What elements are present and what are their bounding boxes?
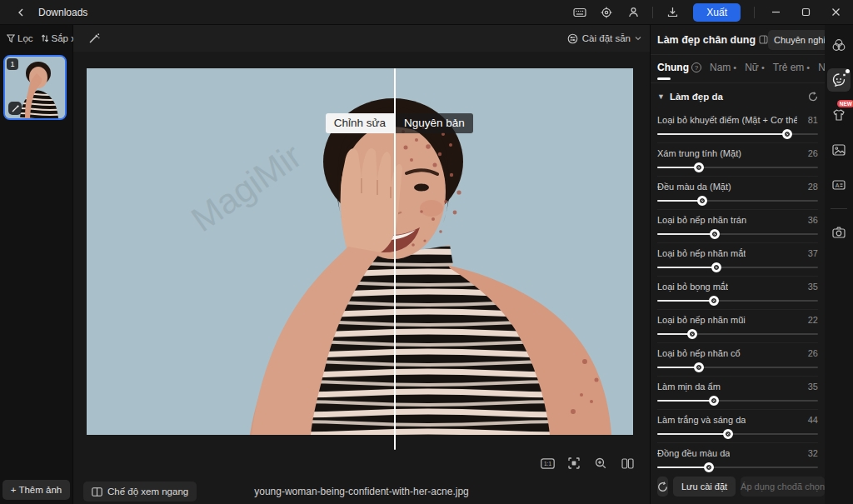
help-icon[interactable]: ? [691, 62, 701, 72]
slider-knob[interactable] [709, 296, 719, 306]
category-tabs: Chung?Nam•Nữ•Trẻ em•Ngư•⋯ [651, 55, 825, 83]
save-settings-button[interactable]: Lưu cài đặt [673, 477, 736, 497]
slider-row: Làm mịn da ẩm35 [657, 376, 818, 409]
slider-track[interactable] [657, 200, 818, 202]
slider-knob[interactable] [723, 429, 733, 439]
slider-knob[interactable] [710, 229, 720, 239]
slider-row: Xám trung tính (Mặt)26 [657, 142, 818, 176]
filter-label: Lọc [17, 33, 33, 43]
slider-track[interactable] [657, 433, 818, 435]
tab-Nữ[interactable]: Nữ• [745, 62, 765, 80]
slider-track[interactable] [657, 367, 818, 368]
gear-icon[interactable] [596, 3, 617, 22]
zoom-tools: 1:1 [538, 455, 636, 472]
slider-label: Loại bỏ khuyết điểm (Mặt + Cơ thể) [657, 115, 797, 125]
slider-row: Đều màu da (Mặt)28 [657, 176, 818, 209]
color-filter-icon[interactable] [827, 33, 851, 57]
slider-knob[interactable] [697, 196, 707, 206]
frame-text-icon[interactable]: A [827, 173, 851, 197]
thumbnail[interactable]: 1 [3, 55, 67, 120]
download-icon[interactable] [661, 3, 683, 22]
account-icon[interactable] [622, 3, 644, 22]
slider-label: Loại bỏ nếp nhăn cổ [657, 348, 741, 358]
fit-screen-icon[interactable] [565, 455, 583, 472]
tab-Nam[interactable]: Nam• [710, 62, 736, 80]
slider-knob[interactable] [711, 262, 721, 272]
caret-down-icon: ▼ [657, 92, 665, 101]
back-button[interactable] [10, 3, 32, 22]
panel-title: Làm đẹp chân dung [657, 34, 756, 46]
slider-knob[interactable] [782, 129, 792, 139]
slider-track[interactable] [657, 133, 818, 135]
slider-value: 35 [808, 282, 818, 292]
slider-track[interactable] [657, 333, 818, 335]
zoom-in-icon[interactable] [591, 455, 610, 472]
export-button[interactable]: Xuất [693, 3, 741, 22]
retouch-panel: Làm đẹp chân dung Chuyên nghiệp Chung?Na… [650, 25, 825, 504]
premium-dot-icon: • [806, 62, 810, 72]
slider-track[interactable] [657, 233, 818, 235]
slider-value: 36 [808, 215, 818, 225]
panel-collapse-icon[interactable] [759, 35, 768, 44]
slider-knob[interactable] [687, 329, 697, 339]
slider-row: Loại bỏ nếp nhăn mũi22 [657, 309, 818, 342]
presets-icon [567, 33, 578, 44]
minimize-button[interactable] [763, 2, 788, 22]
background-image-icon[interactable] [827, 138, 851, 162]
portrait-retouch-icon[interactable] [827, 68, 851, 92]
camera-icon[interactable] [827, 221, 851, 244]
slider-value: 22 [808, 315, 818, 325]
slider-label: Đồng đều màu da [657, 448, 730, 458]
slider-label: Loại bỏ nếp nhăn mắt [657, 248, 746, 258]
slider-track[interactable] [657, 467, 818, 468]
add-photo-button[interactable]: + Thêm ảnh [2, 480, 70, 500]
tab-Trẻ em[interactable]: Trẻ em• [773, 62, 810, 80]
apply-selected-button[interactable]: Áp dụng chođã chọn [741, 477, 825, 497]
bottom-bar: Chế độ xem ngang young-woman-being-confi… [73, 479, 650, 504]
editor-area: Cài đặt sẵn M [73, 25, 650, 504]
split-view-icon[interactable] [618, 455, 636, 472]
premium-dot-icon: • [733, 62, 736, 72]
slider-track[interactable] [657, 300, 818, 302]
tab-Ngư[interactable]: Ngư• [818, 62, 825, 80]
close-button[interactable] [823, 2, 848, 22]
slider-track[interactable] [657, 167, 818, 168]
tab-label: Nam [710, 62, 731, 73]
filter-button[interactable]: Lọc [7, 33, 33, 43]
outfit-icon[interactable]: NEW [827, 103, 851, 127]
slider-knob[interactable] [709, 396, 719, 406]
tool-rail: NEW A [825, 25, 853, 504]
slider-track[interactable] [657, 267, 818, 268]
section-reset-button[interactable] [808, 92, 818, 102]
slider-track[interactable] [657, 400, 818, 402]
original-label: Nguyên bản [396, 113, 473, 133]
thumbnail-edited-badge [8, 102, 22, 115]
maximize-button[interactable] [793, 2, 818, 22]
view-mode-button[interactable]: Chế độ xem ngang [83, 482, 197, 502]
slider-label: Loại bỏ nếp nhăn trán [657, 215, 746, 225]
section-title: Làm đẹp da [670, 92, 723, 102]
reset-all-button[interactable] [657, 477, 668, 497]
slider-label: Làm mịn da ẩm [657, 382, 721, 392]
divider [652, 7, 653, 18]
photo-canvas[interactable]: MagiMir [73, 52, 650, 479]
slider-row: Đồng đều màu da32 [657, 442, 818, 474]
slider-label: Làm trắng và sáng da [657, 415, 746, 425]
slider-knob[interactable] [694, 362, 704, 372]
keyboard-icon[interactable] [569, 3, 591, 22]
notification-dot [846, 69, 850, 73]
tab-Chung[interactable]: Chung? [657, 62, 701, 80]
presets-button[interactable]: Cài đặt sẵn [567, 33, 641, 44]
panel-footer: Lưu cài đặt Áp dụng chođã chọn [651, 474, 825, 504]
new-badge: NEW [837, 100, 853, 107]
slider-knob[interactable] [694, 162, 704, 172]
chevron-down-icon [635, 36, 641, 41]
slider-label: Đều màu da (Mặt) [657, 182, 731, 192]
horizontal-view-icon [92, 487, 102, 497]
tab-label: Nữ [745, 62, 759, 73]
skin-beauty-section-header[interactable]: ▼ Làm đẹp da [651, 83, 825, 110]
slider-knob[interactable] [704, 462, 714, 472]
one-to-one-icon[interactable]: 1:1 [538, 455, 556, 472]
retouch-wand-icon[interactable] [83, 29, 105, 47]
edited-label: Chỉnh sửa [326, 113, 394, 133]
